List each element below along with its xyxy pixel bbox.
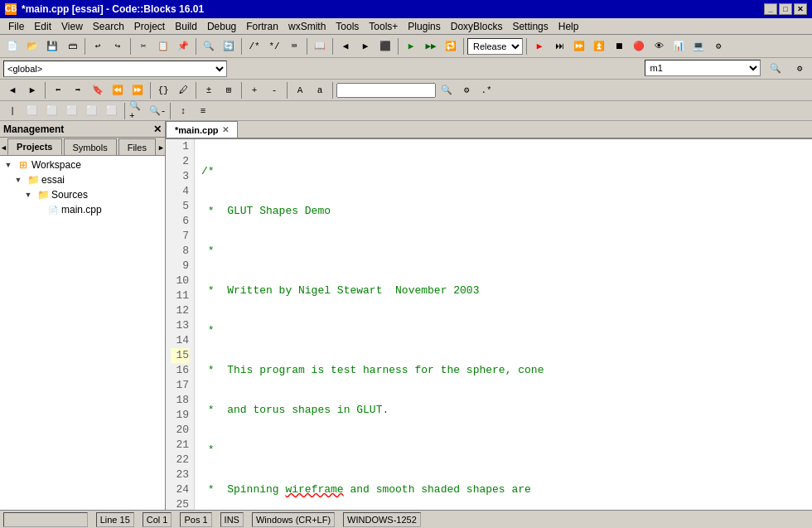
- build-button[interactable]: ▶▶: [422, 37, 440, 56]
- prev-button[interactable]: ◀: [3, 81, 22, 99]
- menu-debug[interactable]: Debug: [202, 20, 241, 33]
- debug-watch-button[interactable]: 👁: [650, 37, 668, 56]
- paste-button[interactable]: 📌: [174, 37, 192, 56]
- menu-plugins[interactable]: Plugins: [403, 20, 445, 33]
- jump-back-button[interactable]: ⬅: [49, 81, 67, 99]
- zoom-out-button[interactable]: -: [265, 81, 283, 99]
- debug-breakpoint-button[interactable]: 🔴: [630, 37, 648, 56]
- tabs-right-arrow[interactable]: ▶: [157, 140, 165, 155]
- menu-edit[interactable]: Edit: [29, 20, 56, 33]
- et-zoom-in[interactable]: 🔍+: [128, 102, 147, 120]
- jump-fwd-button[interactable]: ➡: [69, 81, 87, 99]
- et-btn3[interactable]: ⬜: [43, 102, 61, 120]
- find-button[interactable]: 🔍: [200, 37, 218, 56]
- line-num-7: 7: [171, 229, 189, 244]
- menu-doxyblocks[interactable]: DoxyBlocks: [446, 20, 508, 33]
- debug-next-button[interactable]: ⏩: [570, 37, 588, 56]
- docs-button[interactable]: 📖: [311, 37, 329, 56]
- replace-button[interactable]: 🔄: [220, 37, 238, 56]
- et-zoom-out[interactable]: 🔍-: [148, 102, 167, 120]
- debug-step-out-button[interactable]: ⏫: [590, 37, 608, 56]
- menu-tools[interactable]: Tools: [331, 20, 364, 33]
- code-content[interactable]: /* * GLUT Shapes Demo * * Written by Nig…: [195, 139, 812, 510]
- menu-build[interactable]: Build: [170, 20, 202, 33]
- main-cpp-spacer: [31, 203, 45, 216]
- menu-settings[interactable]: Settings: [507, 20, 553, 33]
- cut-button[interactable]: ✂: [134, 37, 152, 56]
- expand-all-button[interactable]: ⊞: [220, 81, 238, 99]
- minimize-button[interactable]: _: [764, 3, 777, 15]
- debug-run-button[interactable]: ▶: [530, 37, 549, 56]
- build-prev-button[interactable]: ◀: [336, 37, 355, 56]
- et-btn4[interactable]: ⬜: [63, 102, 81, 120]
- editor-tab-close[interactable]: ✕: [222, 125, 229, 134]
- bookmark-button[interactable]: 🔖: [89, 81, 107, 99]
- menu-fortran[interactable]: Fortran: [241, 20, 283, 33]
- maximize-button[interactable]: □: [779, 3, 792, 15]
- menu-project[interactable]: Project: [129, 20, 170, 33]
- prev-bookmark-button[interactable]: ⏪: [109, 81, 127, 99]
- code-search-input[interactable]: [336, 83, 436, 98]
- editor-tab-main-cpp[interactable]: *main.cpp ✕: [166, 121, 238, 138]
- save-all-button[interactable]: 🗃: [63, 37, 81, 56]
- tabs-left-arrow[interactable]: ◀: [0, 140, 7, 155]
- et-align-btn[interactable]: ≡: [194, 102, 212, 120]
- tree-main-cpp[interactable]: 📄 main.cpp: [2, 202, 163, 217]
- tree-project[interactable]: ▼ 📁 essai: [2, 172, 163, 187]
- debug-memory-button[interactable]: 💻: [689, 37, 708, 56]
- management-close-button[interactable]: ✕: [153, 124, 162, 135]
- build-next-button[interactable]: ▶: [356, 37, 375, 56]
- tab-projects[interactable]: Projects: [7, 138, 61, 155]
- code-regex-button[interactable]: .*: [477, 81, 495, 99]
- menu-search[interactable]: Search: [88, 20, 129, 33]
- et-btn1[interactable]: |: [3, 102, 22, 120]
- case-lower-button[interactable]: a: [311, 81, 329, 99]
- rebuild-button[interactable]: 🔁: [442, 37, 460, 56]
- build-target-button[interactable]: ⬛: [376, 37, 394, 56]
- kbd-button[interactable]: ⌨: [285, 37, 303, 56]
- case-upper-button[interactable]: A: [291, 81, 309, 99]
- global-context-select[interactable]: <global>: [3, 61, 227, 77]
- debug-misc-button[interactable]: ⚙: [709, 37, 727, 56]
- et-move-btn[interactable]: ↕: [174, 102, 192, 120]
- debug-step-button[interactable]: ⏭: [550, 37, 568, 56]
- uncomment-button[interactable]: */: [265, 37, 283, 56]
- et-btn5[interactable]: ⬜: [83, 102, 101, 120]
- code-search-button[interactable]: 🔍: [437, 81, 456, 99]
- open-button[interactable]: 📂: [23, 37, 41, 56]
- function-settings-button[interactable]: ⚙: [790, 60, 809, 78]
- zoom-in-button[interactable]: +: [245, 81, 263, 99]
- code-editor[interactable]: 1 2 3 4 5 6 7 8 9 10 11 12 13 14 15 16 1…: [166, 139, 812, 510]
- tree-workspace[interactable]: ▼ ⊞ Workspace: [2, 157, 163, 172]
- separator1: [85, 38, 85, 55]
- tab-symbols[interactable]: Symbols: [64, 138, 117, 155]
- next-bookmark-button[interactable]: ⏩: [128, 81, 147, 99]
- et-btn2[interactable]: ⬜: [23, 102, 41, 120]
- debug-stop-button[interactable]: ⏹: [610, 37, 628, 56]
- tree-sources[interactable]: ▼ 📁 Sources: [2, 187, 163, 202]
- comment-button[interactable]: /*: [245, 37, 263, 56]
- copy-button[interactable]: 📋: [154, 37, 172, 56]
- save-button[interactable]: 💾: [43, 37, 61, 56]
- menu-help[interactable]: Help: [553, 20, 584, 33]
- build-config-select[interactable]: Release Debug: [467, 38, 523, 55]
- next-button[interactable]: ▶: [23, 81, 41, 99]
- code-search-settings[interactable]: ⚙: [457, 81, 476, 99]
- debug-callstack-button[interactable]: 📊: [669, 37, 688, 56]
- match-brace-button[interactable]: {}: [154, 81, 172, 99]
- function-search-button[interactable]: 🔍: [766, 60, 785, 78]
- tab-files[interactable]: Files: [118, 138, 156, 155]
- highlight-button[interactable]: 🖊: [174, 81, 192, 99]
- function-select[interactable]: m1: [645, 60, 761, 76]
- menu-view[interactable]: View: [56, 20, 88, 33]
- undo-button[interactable]: ↩: [89, 37, 107, 56]
- toggle-fold-button[interactable]: ±: [200, 81, 218, 99]
- redo-button[interactable]: ↪: [109, 37, 127, 56]
- menu-wxsmith[interactable]: wxSmith: [283, 20, 331, 33]
- run-button[interactable]: ▶: [402, 37, 420, 56]
- et-btn6[interactable]: ⬜: [103, 102, 121, 120]
- menu-file[interactable]: File: [3, 20, 29, 33]
- new-button[interactable]: 📄: [3, 37, 22, 56]
- menu-toolsplus[interactable]: Tools+: [364, 20, 403, 33]
- close-button[interactable]: ✕: [794, 3, 807, 15]
